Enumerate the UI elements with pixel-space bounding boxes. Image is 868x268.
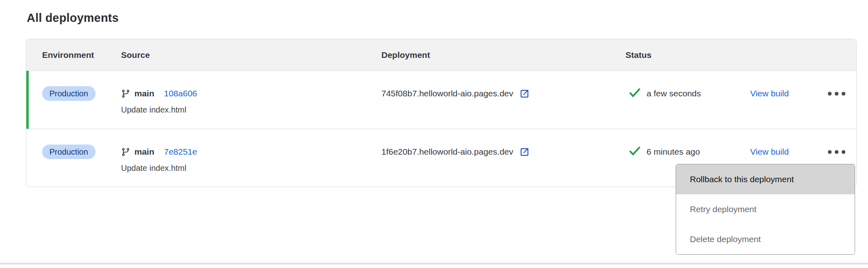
commit-link[interactable]: 7e8251e: [164, 147, 197, 157]
external-link-icon[interactable]: [519, 88, 530, 99]
column-header-environment: Environment: [26, 50, 121, 60]
deployment-url: 745f08b7.helloworld-aio.pages.dev: [381, 89, 513, 98]
git-branch-icon: [121, 147, 130, 157]
commit-message: Update index.html: [121, 162, 381, 174]
deployment-url: 1f6e20b7.helloworld-aio.pages.dev: [381, 147, 513, 157]
table-header-row: Environment Source Deployment Status: [26, 39, 856, 71]
column-header-deployment: Deployment: [381, 50, 625, 60]
environment-badge: Production: [42, 86, 96, 101]
branch-name: main: [134, 147, 154, 157]
external-link-icon[interactable]: [519, 147, 530, 157]
branch-name: main: [134, 89, 154, 98]
view-build-link[interactable]: View build: [750, 147, 789, 157]
row-actions-menu: Rollback to this deployment Retry deploy…: [676, 164, 855, 255]
row-more-actions-button[interactable]: [825, 85, 848, 102]
column-header-status: Status: [625, 50, 747, 60]
commit-link[interactable]: 108a606: [164, 89, 197, 98]
table-row: Production main 108a606 Update index.htm…: [26, 71, 856, 129]
menu-item-rollback[interactable]: Rollback to this deployment: [676, 164, 855, 194]
page-bottom-divider: [0, 263, 868, 264]
status-text: 6 minutes ago: [647, 147, 700, 157]
environment-badge: Production: [42, 145, 96, 159]
menu-item-delete[interactable]: Delete deployment: [676, 224, 855, 254]
menu-item-retry[interactable]: Retry deployment: [676, 194, 855, 224]
success-check-icon: [629, 87, 641, 100]
view-build-link[interactable]: View build: [750, 89, 789, 98]
git-branch-icon: [121, 89, 130, 98]
status-text: a few seconds: [647, 89, 701, 98]
column-header-source: Source: [121, 50, 381, 60]
row-more-actions-button[interactable]: [825, 144, 848, 160]
page-title: All deployments: [27, 11, 119, 25]
success-check-icon: [629, 146, 641, 158]
commit-message: Update index.html: [121, 104, 381, 116]
